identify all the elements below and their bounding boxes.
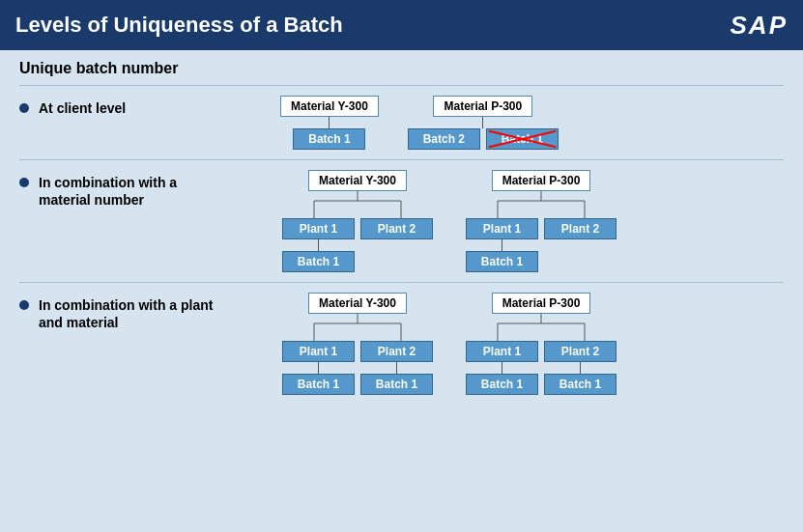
material-p300-plant: Material P-300 <box>492 293 591 314</box>
batch-row-right: Batch 1 <box>466 239 617 272</box>
batch1-plant-right2: Batch 1 <box>544 374 617 395</box>
plant1-right-plant: Plant 1 <box>466 341 538 362</box>
connector-2 <box>482 117 483 128</box>
diagrams-col-1: Material Y-300 Batch 1 Material P-300 Ba… <box>280 96 784 150</box>
bullet-col-1: At client level <box>19 96 280 117</box>
batches-row-left3: Batch 1 Batch 1 <box>282 362 433 395</box>
connector-1 <box>329 117 330 128</box>
material-p300-mat: Material P-300 <box>492 170 591 191</box>
plant1-batch-col: Batch 1 <box>282 239 355 272</box>
sap-logo: SAP <box>731 11 788 41</box>
batch2-client: Batch 2 <box>408 128 480 150</box>
batch1-plant-right1: Batch 1 <box>466 374 538 395</box>
conn-r3-1 <box>502 362 502 374</box>
plant2-right-plant: Plant 2 <box>544 341 617 362</box>
diagrams-col-3: Material Y-300 Plant 1 Plant 2 Batch 1 <box>280 293 784 395</box>
batch1-plant-left2: Batch 1 <box>360 374 433 395</box>
bullet-3 <box>19 300 29 310</box>
bullet-1 <box>19 103 29 113</box>
batch1-mat-left: Batch 1 <box>282 251 355 272</box>
material-p300-client: Material P-300 <box>433 96 532 117</box>
section-plant-material: In combination with a plant and material… <box>19 282 784 405</box>
conn-plant1-batch <box>318 239 319 251</box>
page-title: Levels of Uniqueness of a Batch <box>15 13 343 38</box>
branch-row-client: Batch 2 Batch 1 <box>408 128 559 150</box>
main-content: Unique batch number At client level Mate… <box>0 50 803 532</box>
bullet-text-1: At client level <box>39 99 126 117</box>
plant2-left-plant: Plant 2 <box>360 341 433 362</box>
batch1-mat-right: Batch 1 <box>466 251 538 272</box>
section-client-level: At client level Material Y-300 Batch 1 M… <box>19 85 784 159</box>
batches-row-right3: Batch 1 Batch 1 <box>466 362 617 395</box>
plants-row-left3: Plant 1 Plant 2 <box>282 341 433 362</box>
batch2-col-l3: Batch 1 <box>360 362 433 395</box>
plants-row-right3: Plant 1 Plant 2 <box>466 341 617 362</box>
fork-svg-right3 <box>464 314 618 341</box>
header: Levels of Uniqueness of a Batch SAP <box>0 0 803 50</box>
plant2-left-mat: Plant 2 <box>360 218 433 239</box>
bullet-col-3: In combination with a plant and material <box>19 293 280 331</box>
plants-row-left: Plant 1 Plant 2 <box>282 218 433 239</box>
material-y300-mat: Material Y-300 <box>308 170 407 191</box>
batch2-col-r3: Batch 1 <box>544 362 617 395</box>
plant1-batch-col-r: Batch 1 <box>466 239 538 272</box>
unique-batch-title: Unique batch number <box>19 60 784 77</box>
tree-p300-plant: Material P-300 Plant 1 Plant 2 Batch 1 <box>464 293 618 395</box>
batch1-client: Batch 1 <box>293 128 365 150</box>
plants-row-right: Plant 1 Plant 2 <box>466 218 617 239</box>
section-material-number: In combination with a material number Ma… <box>19 159 784 282</box>
tree-y300-client: Material Y-300 Batch 1 <box>280 96 379 150</box>
tree-y300-plant: Material Y-300 Plant 1 Plant 2 Batch 1 <box>280 293 435 395</box>
tree-p300-client: Material P-300 Batch 2 Batch 1 <box>408 96 559 150</box>
material-y300-plant: Material Y-300 <box>308 293 407 314</box>
plant1-left-mat: Plant 1 <box>282 218 355 239</box>
batch1-plant-left1: Batch 1 <box>282 374 355 395</box>
material-y300-client: Material Y-300 <box>280 96 379 117</box>
bullet-2 <box>19 178 29 187</box>
fork-svg-left3 <box>280 314 435 341</box>
conn-l3-2 <box>396 362 397 374</box>
diagrams-col-2: Material Y-300 Plant 1 Plant 2 Batch <box>280 170 784 272</box>
branch-left: Batch 2 <box>408 128 480 150</box>
fork-svg-right <box>464 191 618 218</box>
bullet-text-3: In combination with a plant and material <box>39 296 213 331</box>
batch1-client-crossed: Batch 1 <box>486 128 559 150</box>
bullet-col-2: In combination with a material number <box>19 170 280 209</box>
conn-r3-2 <box>580 362 581 374</box>
plant1-left-plant: Plant 1 <box>282 341 355 362</box>
conn-plant1-batch-r <box>502 239 502 251</box>
batch1-col-r3: Batch 1 <box>466 362 538 395</box>
branch-right: Batch 1 <box>486 128 559 150</box>
batch-row-left: Batch 1 <box>282 239 433 272</box>
fork-svg-left <box>280 191 435 218</box>
tree-p300-material: Material P-300 Plant 1 Plant 2 Batch 1 <box>464 170 618 272</box>
batch1-col-l3: Batch 1 <box>282 362 355 395</box>
plant1-right-mat: Plant 1 <box>466 218 538 239</box>
conn-l3-1 <box>318 362 319 374</box>
bullet-text-2: In combination with a material number <box>39 174 177 209</box>
tree-y300-material: Material Y-300 Plant 1 Plant 2 Batch <box>280 170 435 272</box>
plant2-right-mat: Plant 2 <box>544 218 617 239</box>
